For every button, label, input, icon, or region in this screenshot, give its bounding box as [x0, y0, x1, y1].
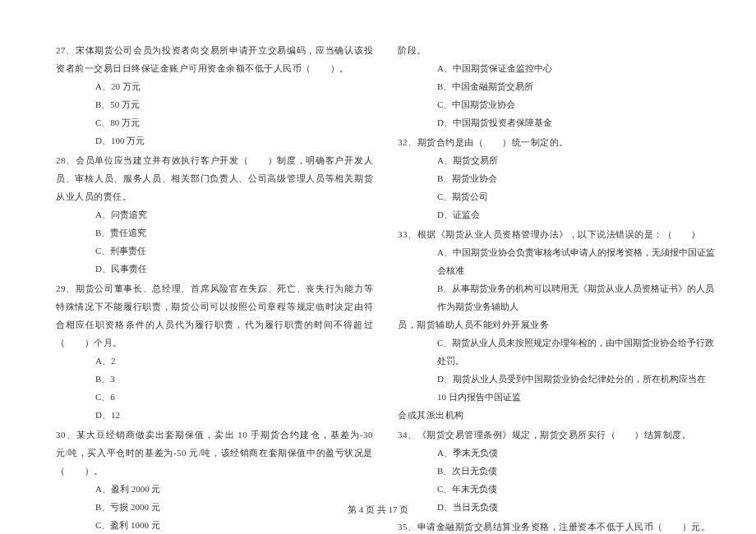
option-d: D、中国期货投资者保障基金: [437, 113, 715, 131]
question-35: 35、申请金融期货交易结算业务资格，注册资本不低于人民币（ ）元。 A、3000…: [398, 518, 715, 534]
question-33: 33、根据《期货从业人员资格管理办法》，以下说法错误的是：（ ） A、中国期货业…: [398, 225, 715, 424]
question-32: 32、期货合约是由（ ）统一制定的。 A、期货交易所 B、期货业协会 C、期货公…: [398, 133, 715, 223]
question-text: 29、期货公司董事长、总经理、首席风险官在失踪、死亡、丧失行为能力等特殊情况下不…: [56, 279, 373, 352]
question-text: 32、期货合约是由（ ）统一制定的。: [398, 133, 715, 151]
question-30: 30、某大豆经销商做卖出套期保值，卖出 10 手期货合约建仓，基差为-30 元/…: [56, 426, 373, 534]
option-b: B、50 万元: [95, 95, 373, 113]
left-column: 27、宋体期货公司会员为投资者向交易所申请开立交易编码，应当确认该投资者前一交易…: [56, 41, 373, 534]
option-c: C、期货从业人员未按照规定办理年检的，由中国期货业协会给予行政处罚。: [437, 334, 715, 370]
option-b: B、期货业协会: [437, 169, 715, 187]
option-c: C、6: [95, 388, 373, 406]
page-footer: 第 4 页 共 17 页: [0, 504, 756, 516]
question-options: A、中国期货保证金监控中心 B、中国金融期货交易所 C、中国期货业协会 D、中国…: [398, 59, 715, 131]
right-column: 阶段。 A、中国期货保证金监控中心 B、中国金融期货交易所 C、中国期货业协会 …: [398, 41, 715, 534]
question-31-continued: 阶段。 A、中国期货保证金监控中心 B、中国金融期货交易所 C、中国期货业协会 …: [398, 41, 715, 131]
option-a: A、盈利 2000 元: [95, 480, 373, 498]
question-options: A、期货交易所 B、期货业协会 C、期货公司 D、证监会: [398, 151, 715, 223]
option-a: A、问责追究: [95, 205, 373, 223]
option-d: D、证监会: [437, 205, 715, 223]
question-text: 35、申请金融期货交易结算业务资格，注册资本不低于人民币（ ）元。: [398, 518, 715, 534]
question-text: 30、某大豆经销商做卖出套期保值，卖出 10 手期货合约建仓，基差为-30 元/…: [56, 426, 373, 480]
option-b: B、从事期货业务的机构可以聘用无《期货从业人员资格证书》的人员作为期货业务辅助人: [437, 279, 715, 315]
question-text: 27、宋体期货公司会员为投资者向交易所申请开立交易编码，应当确认该投资者前一交易…: [56, 41, 373, 77]
option-c: C、期货公司: [437, 187, 715, 205]
option-a: A、季末无负债: [437, 444, 715, 462]
option-a: A、中国期货业协会负责审核考试申请人的报考资格，无须报中国证监会核准: [437, 243, 715, 279]
question-27: 27、宋体期货公司会员为投资者向交易所申请开立交易编码，应当确认该投资者前一交易…: [56, 41, 373, 150]
question-28: 28、会员单位应当建立并有效执行客户开发（ ）制度，明确客户开发人员、审核人员、…: [56, 151, 373, 278]
question-options: A、中国期货业协会负责审核考试申请人的报考资格，无须报中国证监会核准 B、从事期…: [398, 243, 715, 315]
option-c: C、刑事责任: [95, 242, 373, 260]
option-c: C、80 万元: [95, 113, 373, 131]
option-c: C、年末无负债: [437, 480, 715, 498]
option-a: A、20 万元: [95, 77, 373, 95]
page-content: 27、宋体期货公司会员为投资者向交易所申请开立交易编码，应当确认该投资者前一交易…: [0, 0, 756, 534]
option-b: B、3: [95, 370, 373, 388]
question-options: A、问责追究 B、责任追究 C、刑事责任 D、民事责任: [56, 205, 373, 278]
option-c: C、盈利 1000 元: [95, 516, 373, 534]
option-b: B、中国金融期货交易所: [437, 77, 715, 95]
option-d: D、100 万元: [95, 131, 373, 150]
question-options: C、期货从业人员未按照规定办理年检的，由中国期货业协会给予行政处罚。 D、期货从…: [398, 334, 715, 406]
question-options: A、20 万元 B、50 万元 C、80 万元 D、100 万元: [56, 77, 373, 150]
option-a: A、期货交易所: [437, 151, 715, 169]
option-d: D、期货从业人员受到中国期货业协会纪律处分的，所在机构应当在 10 日内报告中国…: [437, 370, 715, 406]
question-text: 33、根据《期货从业人员资格管理办法》，以下说法错误的是：（ ）: [398, 225, 715, 243]
option-d-continued: 会或其派出机构: [398, 406, 715, 424]
question-options: A、2 B、3 C、6 D、12: [56, 352, 373, 424]
option-b: B、责任追究: [95, 223, 373, 242]
question-text: 28、会员单位应当建立并有效执行客户开发（ ）制度，明确客户开发人员、审核人员、…: [56, 151, 373, 205]
option-a: A、中国期货保证金监控中心: [437, 59, 715, 77]
option-b-continued: 员，期货辅助人员不能对外开展业务: [398, 315, 715, 334]
option-c: C、中国期货业协会: [437, 95, 715, 113]
option-b: B、次日无负债: [437, 462, 715, 480]
question-29: 29、期货公司董事长、总经理、首席风险官在失踪、死亡、丧失行为能力等特殊情况下不…: [56, 279, 373, 424]
question-34: 34、《期货交易管理条例》规定，期货交易所实行（ ）结算制度。 A、季末无负债 …: [398, 426, 715, 516]
option-d: D、民事责任: [95, 260, 373, 278]
option-d: D、12: [95, 406, 373, 424]
question-text: 34、《期货交易管理条例》规定，期货交易所实行（ ）结算制度。: [398, 426, 715, 444]
question-text: 阶段。: [398, 41, 715, 59]
option-a: A、2: [95, 352, 373, 370]
